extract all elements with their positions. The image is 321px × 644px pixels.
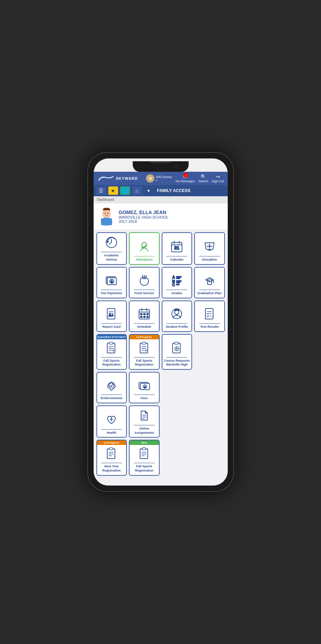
tile-label-calendar: Calendar [170,258,184,262]
tile-label-course-requests: Course Requests Wardville High [164,359,190,367]
top-bar-actions: W Will Gomez ▾ ✉ 1 My Messages [146,174,224,183]
tile-schedule[interactable]: Schedule [129,300,160,332]
clipboard-icon-2 [138,341,151,354]
discipline-icon [203,240,216,253]
svg-point-3 [104,213,105,214]
clipboard-icon-4 [138,447,151,460]
signout-btn[interactable]: ↪ Sign Out [212,174,224,183]
svg-point-47 [175,310,179,314]
svg-rect-53 [109,342,113,344]
svg-rect-43 [140,316,142,318]
divider [101,357,122,358]
fees-icon: $ [138,378,151,392]
tile-attendance[interactable]: Attendance [129,232,160,264]
svg-text:$: $ [111,280,113,283]
dropdown-button[interactable]: ▾ [144,186,154,195]
user-info: Will Gomez ▾ [156,175,172,182]
tile-fall-sports-3[interactable]: New Fall Sports Registration [129,440,160,475]
tile-label-test-results: Test Results [200,325,219,329]
tile-report-card[interactable]: A+ Report Card [96,300,127,332]
tile-course-requests[interactable]: Course Requests Wardville High [162,334,192,370]
svg-rect-66 [173,343,180,353]
globe-button[interactable]: 🌐 [120,186,130,195]
divider [199,323,220,324]
student-name: GOMEZ, ELLA JEAN [119,210,169,215]
tile-label-attendance: Attendance [136,258,153,262]
tile-empty-2 [162,372,192,403]
speaker [150,161,171,163]
tile-badge-inprogress-2: In-Progress [97,440,126,445]
tile-label-fees: Fees [140,396,148,401]
svg-text:A: A [172,275,175,279]
tile-badge-inprogress-1: In-Progress [130,335,159,339]
student-info-section: GOMEZ, ELLA JEAN WARDVILLE HIGH SCHOOL 2… [94,203,228,229]
tile-label-next-year-reg: Next Year Registration [99,465,125,473]
tile-calendar[interactable]: 31 Calendar [162,232,192,264]
svg-rect-40 [140,313,142,315]
tile-academic-history[interactable]: Academic History [96,232,127,264]
divider [166,290,187,290]
tile-fees[interactable]: $ Fees [129,372,160,403]
messages-btn[interactable]: ✉ 1 My Messages [175,174,195,183]
svg-rect-41 [144,313,145,315]
tile-label-health: Health [107,431,116,435]
svg-rect-67 [175,342,178,344]
svg-text:31: 31 [174,245,179,250]
phone-screen: SKYWARD W Will Gomez ▾ ✉ 1 [94,158,228,486]
favorites-button[interactable]: ★ [108,186,118,195]
tile-food-service[interactable]: Food Service [129,267,160,298]
divider [101,323,122,324]
tile-discipline[interactable]: Discipline [194,232,225,264]
divider [101,463,122,463]
svg-rect-24 [176,278,180,279]
tile-label-academic-history: Academic History [99,254,125,262]
tile-empty-1 [194,334,225,370]
divider [199,256,220,256]
tile-fall-sports-2[interactable]: In-Progress Fall Sports Registration [129,334,160,370]
signout-icon: ↪ [216,174,220,179]
tile-fall-sports-1[interactable]: Submitted 07/17/2017 Fall Sports Registr… [96,334,127,370]
tile-grades[interactable]: A B C Grades [162,267,192,298]
tile-badge-submitted: Submitted 07/17/2017 [97,335,126,339]
search-btn[interactable]: 🔍 Search [198,174,209,183]
svg-rect-52 [107,343,115,353]
user-avatar: W [146,174,154,183]
divider [134,463,155,463]
home-button[interactable]: ⌂ [132,186,142,195]
report-card-icon: A+ [105,307,118,320]
online-assignments-icon [138,409,151,422]
svg-rect-23 [176,276,181,277]
academic-history-icon [105,236,118,249]
student-year: 2017-2018 [119,219,169,224]
schedule-icon [138,307,151,320]
clipboard-icon-3 [105,447,118,460]
menu-button[interactable]: ☰ [96,186,106,195]
search-label: Search [198,179,209,183]
tile-label-grades: Grades [172,291,182,296]
svg-rect-45 [147,316,148,318]
user-menu[interactable]: W Will Gomez ▾ [146,174,172,183]
logo-svg [97,175,115,182]
divider [166,323,187,324]
tile-empty-4 [162,405,192,438]
svg-rect-27 [176,282,180,283]
tile-health[interactable]: Health [96,405,127,438]
tile-test-results[interactable]: Test Results [194,300,225,332]
tile-endorsements[interactable]: Endorsements [96,372,127,403]
tiles-grid: Academic History Attendance [94,229,228,479]
svg-text:C: C [172,283,175,287]
tile-label-graduation-plan: Graduation Plan [197,291,222,296]
tile-label-report-card: Report Card [102,325,121,329]
avatar-svg [98,207,115,226]
tile-fee-payments[interactable]: $ Fee Payments [96,267,127,298]
tile-student-profile[interactable]: Student Profile [162,300,192,332]
tile-next-year-reg[interactable]: In-Progress Next Year Registration [96,440,127,475]
logo-text: SKYWARD [116,176,138,181]
tile-online-assignments[interactable]: Online Assignments [129,405,160,438]
skyward-logo: SKYWARD [97,175,138,182]
svg-rect-26 [176,281,181,282]
phone-notch [133,161,189,172]
svg-rect-42 [147,313,148,315]
tile-graduation-plan[interactable]: Graduation Plan [194,267,225,298]
app-screen: SKYWARD W Will Gomez ▾ ✉ 1 [94,172,228,486]
